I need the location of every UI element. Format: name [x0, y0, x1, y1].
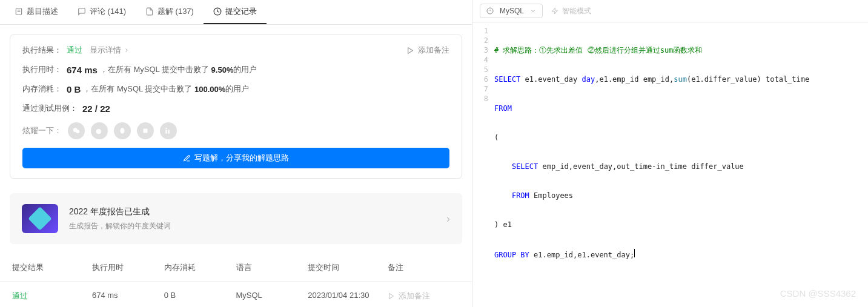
row-mem: 0 B	[164, 291, 236, 302]
submissions-icon	[213, 7, 222, 16]
mem-desc-post: 的用户	[225, 84, 249, 94]
exec-time-desc-post: 的用户	[233, 64, 257, 75]
exec-result-status: 通过	[67, 45, 82, 56]
qq-icon[interactable]	[114, 122, 131, 139]
tab-comments-label: 评论 (141)	[90, 6, 126, 17]
chevron-right-icon: ›	[446, 213, 450, 225]
exec-time-pct: 9.50%	[211, 65, 234, 74]
svg-rect-9	[144, 129, 148, 133]
mem-pct: 100.00%	[194, 85, 225, 94]
share-label: 炫耀一下：	[22, 125, 62, 136]
svg-point-6	[76, 130, 79, 133]
row-result[interactable]: 通过	[12, 291, 28, 300]
tab-submissions-label: 提交记录	[225, 6, 257, 17]
write-solution-label: 写题解，分享我的解题思路	[194, 153, 289, 163]
table-header-row: 提交结果 执行用时 内存消耗 语言 提交时间 备注	[0, 254, 472, 282]
solutions-icon	[145, 7, 154, 16]
svg-rect-12	[168, 130, 169, 133]
banner-title: 2022 年度报告已生成	[69, 206, 171, 217]
language-select[interactable]: MySQL	[480, 4, 543, 18]
add-note-button[interactable]: 添加备注	[406, 45, 449, 56]
col-lang: 语言	[236, 262, 308, 273]
tab-bar: 题目描述 评论 (141) 题解 (137) 提交记录	[0, 0, 472, 25]
watermark: CSDN @SSS4362	[780, 288, 856, 299]
exec-time-desc-pre: ，在所有 MySQL 提交中击败了	[100, 64, 209, 75]
row-time: 674 ms	[92, 291, 164, 302]
cases-value: 22 / 22	[82, 104, 110, 114]
result-card: 添加备注 执行结果： 通过 显示详情 执行用时： 674 ms ，在所有 MyS…	[10, 35, 462, 179]
tab-description-label: 题目描述	[27, 6, 58, 17]
exec-time-label: 执行用时：	[22, 64, 62, 75]
weibo-icon[interactable]	[91, 122, 108, 139]
language-label: MySQL	[500, 7, 524, 15]
svg-marker-13	[389, 294, 394, 299]
description-icon	[15, 7, 23, 16]
smart-mode-label: 智能模式	[562, 6, 591, 16]
col-result: 提交结果	[12, 262, 92, 273]
banner-image	[22, 204, 58, 233]
col-submit-time: 提交时间	[308, 262, 388, 273]
row-submit-time: 2023/01/04 21:30	[308, 291, 388, 302]
comments-icon	[78, 7, 86, 16]
col-mem: 内存消耗	[164, 262, 236, 273]
table-row[interactable]: 通过 674 ms 0 B MySQL 2023/01/04 21:30 添加备…	[0, 282, 472, 307]
wechat-icon[interactable]	[68, 122, 85, 139]
exec-time-value: 674 ms	[67, 65, 98, 75]
code-editor[interactable]: 1 2 3 4 5 6 7 8 # 求解思路：①先求出差值 ②然后进行分组并通过…	[472, 22, 868, 307]
smart-mode-toggle[interactable]: 智能模式	[551, 6, 591, 16]
banner-subtitle: 生成报告，解锁你的年度关键词	[69, 221, 171, 231]
cases-label: 通过测试用例：	[22, 103, 78, 114]
row-lang: MySQL	[236, 291, 308, 302]
mem-desc-pre: ，在所有 MySQL 提交中击败了	[83, 84, 192, 94]
editor-toolbar: MySQL 智能模式	[472, 0, 868, 22]
add-note-label: 添加备注	[418, 45, 449, 56]
mem-label: 内存消耗：	[22, 84, 62, 94]
col-note: 备注	[388, 262, 460, 273]
tab-submissions[interactable]: 提交记录	[204, 0, 267, 24]
svg-marker-4	[408, 47, 413, 53]
col-time: 执行用时	[92, 262, 164, 273]
tab-comments[interactable]: 评论 (141)	[68, 0, 136, 24]
annual-report-banner[interactable]: 2022 年度报告已生成 生成报告，解锁你的年度关键词 ›	[10, 193, 462, 244]
svg-marker-17	[552, 8, 558, 14]
svg-rect-10	[165, 130, 167, 133]
show-detail-link[interactable]: 显示详情	[90, 45, 130, 56]
write-solution-button[interactable]: 写题解，分享我的解题思路	[22, 148, 449, 168]
submission-table: 提交结果 执行用时 内存消耗 语言 提交时间 备注 通过 674 ms 0 B …	[0, 254, 472, 307]
row-add-note[interactable]: 添加备注	[388, 291, 430, 302]
linkedin-icon[interactable]	[160, 122, 177, 139]
mem-value: 0 B	[67, 84, 81, 94]
code-content[interactable]: # 求解思路：①先求出差值 ②然后进行分组并通过sum函数求和 SELECT e…	[494, 26, 868, 307]
svg-point-8	[121, 128, 125, 133]
exec-result-label: 执行结果：	[22, 45, 62, 56]
svg-point-11	[165, 128, 167, 129]
chevron-down-icon	[530, 8, 536, 14]
svg-point-7	[96, 129, 101, 134]
tab-description[interactable]: 题目描述	[5, 0, 68, 24]
tab-solutions[interactable]: 题解 (137)	[136, 0, 204, 24]
douban-icon[interactable]	[137, 122, 154, 139]
tab-solutions-label: 题解 (137)	[157, 6, 194, 17]
line-gutter: 1 2 3 4 5 6 7 8	[472, 26, 494, 307]
